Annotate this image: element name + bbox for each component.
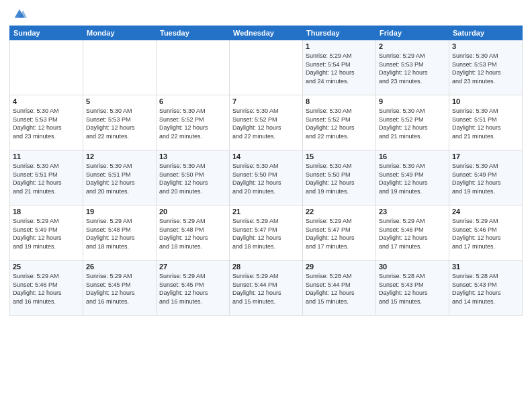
calendar-cell: 1Sunrise: 5:29 AM Sunset: 5:54 PM Daylig… (303, 40, 376, 95)
day-number: 8 (306, 97, 373, 105)
day-info: Sunrise: 5:29 AM Sunset: 5:45 PM Dayligh… (159, 272, 226, 306)
calendar-header-row: SundayMondayTuesdayWednesdayThursdayFrid… (10, 26, 523, 40)
calendar-week-4: 18Sunrise: 5:29 AM Sunset: 5:49 PM Dayli… (10, 205, 523, 261)
calendar-cell: 5Sunrise: 5:30 AM Sunset: 5:53 PM Daylig… (83, 95, 157, 150)
day-info: Sunrise: 5:30 AM Sunset: 5:53 PM Dayligh… (452, 52, 519, 85)
day-info: Sunrise: 5:30 AM Sunset: 5:52 PM Dayligh… (232, 107, 300, 140)
calendar-cell: 20Sunrise: 5:29 AM Sunset: 5:48 PM Dayli… (157, 205, 230, 261)
calendar-cell: 6Sunrise: 5:30 AM Sunset: 5:52 PM Daylig… (157, 95, 230, 150)
calendar-cell: 3Sunrise: 5:30 AM Sunset: 5:53 PM Daylig… (449, 40, 523, 95)
day-number: 20 (159, 208, 226, 216)
col-header-friday: Friday (376, 26, 449, 40)
day-number: 23 (379, 208, 446, 216)
calendar-cell: 29Sunrise: 5:28 AM Sunset: 5:44 PM Dayli… (303, 261, 376, 316)
day-info: Sunrise: 5:30 AM Sunset: 5:49 PM Dayligh… (452, 162, 519, 195)
day-info: Sunrise: 5:30 AM Sunset: 5:51 PM Dayligh… (13, 162, 80, 195)
day-number: 1 (306, 42, 373, 50)
calendar-cell: 27Sunrise: 5:29 AM Sunset: 5:45 PM Dayli… (157, 261, 230, 316)
day-info: Sunrise: 5:29 AM Sunset: 5:48 PM Dayligh… (159, 217, 226, 250)
day-info: Sunrise: 5:29 AM Sunset: 5:49 PM Dayligh… (13, 217, 80, 250)
day-info: Sunrise: 5:29 AM Sunset: 5:44 PM Dayligh… (232, 272, 300, 306)
day-info: Sunrise: 5:29 AM Sunset: 5:46 PM Dayligh… (13, 272, 80, 306)
day-number: 19 (86, 208, 153, 216)
day-info: Sunrise: 5:29 AM Sunset: 5:47 PM Dayligh… (306, 217, 373, 250)
calendar-table: SundayMondayTuesdayWednesdayThursdayFrid… (9, 26, 523, 316)
logo (9, 7, 27, 21)
day-info: Sunrise: 5:29 AM Sunset: 5:45 PM Dayligh… (86, 272, 153, 306)
calendar-cell: 19Sunrise: 5:29 AM Sunset: 5:48 PM Dayli… (83, 205, 157, 261)
day-number: 16 (379, 152, 446, 161)
calendar-cell: 13Sunrise: 5:30 AM Sunset: 5:50 PM Dayli… (157, 150, 230, 205)
day-number: 29 (306, 263, 373, 271)
day-number: 27 (159, 263, 226, 271)
calendar-cell: 26Sunrise: 5:29 AM Sunset: 5:45 PM Dayli… (83, 261, 157, 316)
day-number: 18 (13, 208, 80, 216)
day-info: Sunrise: 5:29 AM Sunset: 5:47 PM Dayligh… (232, 217, 300, 250)
day-info: Sunrise: 5:29 AM Sunset: 5:48 PM Dayligh… (86, 217, 153, 250)
day-info: Sunrise: 5:30 AM Sunset: 5:53 PM Dayligh… (86, 107, 153, 140)
col-header-monday: Monday (83, 26, 157, 40)
calendar-cell: 7Sunrise: 5:30 AM Sunset: 5:52 PM Daylig… (230, 95, 303, 150)
calendar-cell: 14Sunrise: 5:30 AM Sunset: 5:50 PM Dayli… (230, 150, 303, 205)
day-info: Sunrise: 5:28 AM Sunset: 5:44 PM Dayligh… (306, 272, 373, 306)
day-number: 5 (86, 97, 153, 105)
day-number: 4 (13, 97, 80, 105)
day-info: Sunrise: 5:30 AM Sunset: 5:52 PM Dayligh… (379, 107, 446, 140)
day-number: 25 (13, 263, 80, 271)
calendar-week-5: 25Sunrise: 5:29 AM Sunset: 5:46 PM Dayli… (10, 261, 523, 316)
day-number: 6 (159, 97, 226, 105)
calendar-cell: 31Sunrise: 5:28 AM Sunset: 5:43 PM Dayli… (449, 261, 523, 316)
calendar-cell: 28Sunrise: 5:29 AM Sunset: 5:44 PM Dayli… (230, 261, 303, 316)
calendar-week-1: 1Sunrise: 5:29 AM Sunset: 5:54 PM Daylig… (10, 40, 523, 95)
col-header-saturday: Saturday (449, 26, 523, 40)
calendar-cell: 30Sunrise: 5:28 AM Sunset: 5:43 PM Dayli… (376, 261, 449, 316)
calendar-cell: 17Sunrise: 5:30 AM Sunset: 5:49 PM Dayli… (449, 150, 523, 205)
col-header-wednesday: Wednesday (230, 26, 303, 40)
day-info: Sunrise: 5:30 AM Sunset: 5:52 PM Dayligh… (306, 107, 373, 140)
calendar-cell (83, 40, 157, 95)
calendar-cell: 25Sunrise: 5:29 AM Sunset: 5:46 PM Dayli… (10, 261, 83, 316)
day-number: 10 (452, 97, 519, 105)
day-info: Sunrise: 5:30 AM Sunset: 5:52 PM Dayligh… (159, 107, 226, 140)
day-info: Sunrise: 5:30 AM Sunset: 5:51 PM Dayligh… (86, 162, 153, 195)
day-info: Sunrise: 5:29 AM Sunset: 5:54 PM Dayligh… (306, 52, 373, 85)
calendar-cell: 24Sunrise: 5:29 AM Sunset: 5:46 PM Dayli… (449, 205, 523, 261)
day-number: 9 (379, 97, 446, 105)
col-header-sunday: Sunday (10, 26, 83, 40)
day-info: Sunrise: 5:29 AM Sunset: 5:46 PM Dayligh… (379, 217, 446, 250)
calendar-cell: 10Sunrise: 5:30 AM Sunset: 5:51 PM Dayli… (449, 95, 523, 150)
day-number: 15 (306, 152, 373, 161)
day-info: Sunrise: 5:30 AM Sunset: 5:50 PM Dayligh… (159, 162, 226, 195)
calendar-cell: 15Sunrise: 5:30 AM Sunset: 5:50 PM Dayli… (303, 150, 376, 205)
day-info: Sunrise: 5:30 AM Sunset: 5:53 PM Dayligh… (13, 107, 80, 140)
col-header-tuesday: Tuesday (157, 26, 230, 40)
calendar-cell: 18Sunrise: 5:29 AM Sunset: 5:49 PM Dayli… (10, 205, 83, 261)
day-number: 13 (159, 152, 226, 161)
calendar-cell: 16Sunrise: 5:30 AM Sunset: 5:49 PM Dayli… (376, 150, 449, 205)
calendar-cell (230, 40, 303, 95)
calendar-week-2: 4Sunrise: 5:30 AM Sunset: 5:53 PM Daylig… (10, 95, 523, 150)
logo-icon (12, 7, 27, 21)
day-info: Sunrise: 5:29 AM Sunset: 5:46 PM Dayligh… (452, 217, 519, 250)
day-number: 7 (232, 97, 300, 105)
calendar-cell: 12Sunrise: 5:30 AM Sunset: 5:51 PM Dayli… (83, 150, 157, 205)
day-info: Sunrise: 5:28 AM Sunset: 5:43 PM Dayligh… (379, 272, 446, 306)
day-number: 26 (86, 263, 153, 271)
calendar-cell: 21Sunrise: 5:29 AM Sunset: 5:47 PM Dayli… (230, 205, 303, 261)
day-number: 11 (13, 152, 80, 161)
day-number: 24 (452, 208, 519, 216)
col-header-thursday: Thursday (303, 26, 376, 40)
day-number: 3 (452, 42, 519, 50)
calendar-cell: 22Sunrise: 5:29 AM Sunset: 5:47 PM Dayli… (303, 205, 376, 261)
calendar-cell: 9Sunrise: 5:30 AM Sunset: 5:52 PM Daylig… (376, 95, 449, 150)
calendar-cell: 23Sunrise: 5:29 AM Sunset: 5:46 PM Dayli… (376, 205, 449, 261)
calendar-cell: 8Sunrise: 5:30 AM Sunset: 5:52 PM Daylig… (303, 95, 376, 150)
header (9, 7, 523, 21)
day-number: 2 (379, 42, 446, 50)
calendar-cell: 4Sunrise: 5:30 AM Sunset: 5:53 PM Daylig… (10, 95, 83, 150)
calendar-cell: 11Sunrise: 5:30 AM Sunset: 5:51 PM Dayli… (10, 150, 83, 205)
day-info: Sunrise: 5:30 AM Sunset: 5:50 PM Dayligh… (306, 162, 373, 195)
calendar-cell (157, 40, 230, 95)
day-number: 12 (86, 152, 153, 161)
day-info: Sunrise: 5:28 AM Sunset: 5:43 PM Dayligh… (452, 272, 519, 306)
